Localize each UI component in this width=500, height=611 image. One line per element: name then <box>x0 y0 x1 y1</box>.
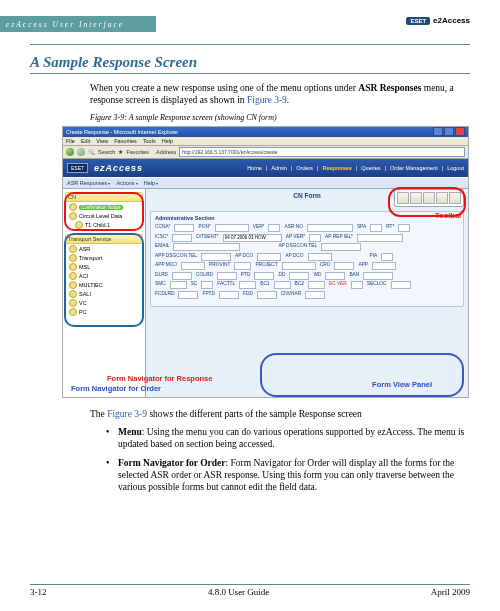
dtsent-field[interactable]: 04 07 2006 03 HOW <box>223 234 282 242</box>
search-icon[interactable]: 🔍 <box>88 149 95 155</box>
colrd-field[interactable] <box>217 272 237 280</box>
appmco-field[interactable] <box>181 262 205 270</box>
email-field[interactable] <box>173 243 240 251</box>
callout-viewpanel: Form View Panel <box>372 380 432 389</box>
apdsgcontel-field[interactable] <box>321 243 361 251</box>
ecver-field[interactable] <box>351 281 363 289</box>
nav-ordermgmt[interactable]: Order Management <box>390 165 438 171</box>
nav-queries[interactable]: Queries <box>361 165 380 171</box>
tree-group-transport[interactable]: Transport Service <box>65 234 143 244</box>
apver-field[interactable] <box>309 234 321 242</box>
doc-version: 4.8.0 User Guide <box>208 587 270 597</box>
tree-item[interactable]: VC <box>69 299 143 308</box>
rule-top <box>30 44 470 45</box>
toolbar-button[interactable] <box>449 192 461 204</box>
ban-field[interactable] <box>363 272 393 280</box>
section-header: Administrative Section <box>155 215 215 221</box>
tree-item[interactable]: Confirmation Notice <box>69 203 143 212</box>
ver-field[interactable] <box>268 224 280 232</box>
tree-item[interactable]: MULTIEC <box>69 281 143 290</box>
toolbar-button[interactable] <box>423 192 435 204</box>
tree-item[interactable]: ACI <box>69 272 143 281</box>
dlrd-field[interactable] <box>172 272 192 280</box>
form-navigator-tree[interactable]: CN Confirmation Notice Circuit Level Dat… <box>63 189 146 398</box>
fdd-field[interactable] <box>257 291 277 299</box>
sc-field[interactable] <box>201 281 213 289</box>
app-submenu[interactable]: ASR Responses Actions Help <box>63 177 468 189</box>
aprepiel-field[interactable] <box>357 234 403 242</box>
back-icon[interactable] <box>66 148 74 156</box>
submenu-actions[interactable]: Actions <box>116 180 137 186</box>
pon-field[interactable] <box>215 224 249 232</box>
actions-toolbar[interactable] <box>394 189 464 207</box>
form-icon <box>69 203 77 211</box>
form-icon <box>69 272 77 280</box>
logo-tag: ESET <box>406 17 430 25</box>
tree-item[interactable]: Transport <box>69 254 143 263</box>
callout-navresp: Form Navigator for Response <box>107 374 212 383</box>
toolbar-button[interactable] <box>410 192 422 204</box>
tree-item[interactable]: PC <box>69 308 143 317</box>
bc1-field[interactable] <box>274 281 291 289</box>
toolbar-button[interactable] <box>436 192 448 204</box>
ptd-field[interactable] <box>254 272 274 280</box>
secloc-field[interactable] <box>391 281 411 289</box>
nav-admin[interactable]: Admin <box>271 165 287 171</box>
form-icon <box>69 245 77 253</box>
form-view-panel: CN Form Administrative Section CCNA* PON… <box>146 189 468 398</box>
cnvnar-field[interactable] <box>305 291 325 299</box>
cro-field[interactable] <box>334 262 354 270</box>
rt-field[interactable] <box>398 224 410 232</box>
submenu-asr[interactable]: ASR Responses <box>67 180 110 186</box>
spa-field[interactable] <box>370 224 382 232</box>
smc-field[interactable] <box>170 281 187 289</box>
app-title: ezAccess <box>94 163 143 173</box>
ie-menubar[interactable]: FileEditViewFavoritesToolsHelp <box>63 137 468 146</box>
callout-navorder: Form Navigator for Order <box>71 384 161 393</box>
ie-window-title: Create Response - Microsoft Internet Exp… <box>66 129 178 135</box>
window-controls[interactable] <box>433 127 465 136</box>
facttl-field[interactable] <box>239 281 256 289</box>
project-field[interactable] <box>282 262 316 270</box>
tree-item[interactable]: Circuit Level Data <box>69 212 143 221</box>
app-field[interactable] <box>372 262 396 270</box>
figure-screenshot: Create Response - Microsoft Internet Exp… <box>62 126 469 398</box>
nav-logout[interactable]: Logout <box>447 165 464 171</box>
header-band: ezAccess User Interface <box>0 16 156 32</box>
submenu-help[interactable]: Help <box>144 180 158 186</box>
figure-ref-link-2[interactable]: Figure 3-9 <box>107 409 147 419</box>
appdsgcontel-field[interactable] <box>201 253 231 261</box>
tree-item[interactable]: T1 Child.1 <box>75 221 143 230</box>
apdco-field[interactable] <box>257 253 281 261</box>
apdco2-field[interactable] <box>308 253 332 261</box>
bc2-field[interactable] <box>308 281 325 289</box>
icsc-field[interactable] <box>172 234 192 242</box>
figure-ref-link[interactable]: Figure 3-9 <box>247 95 287 105</box>
nav-home[interactable]: Home <box>247 165 262 171</box>
form-icon <box>69 290 77 298</box>
tree-item[interactable]: MSL <box>69 263 143 272</box>
toolbar-button[interactable] <box>397 192 409 204</box>
app-header: ESET ezAccess Home| Admin| Orders| Respo… <box>63 159 468 177</box>
intro-paragraph: When you create a new response using one… <box>90 82 470 107</box>
tree-item[interactable]: SALI <box>69 290 143 299</box>
dd-field[interactable] <box>289 272 309 280</box>
fcdlrd-field[interactable] <box>178 291 198 299</box>
bullet-list: Menu: Using the menu you can do various … <box>106 426 470 494</box>
nav-orders[interactable]: Orders <box>296 165 313 171</box>
tree-item[interactable]: ASR <box>69 245 143 254</box>
wd-field[interactable] <box>325 272 345 280</box>
favorites-icon[interactable]: ★ <box>118 149 123 155</box>
provint-field[interactable] <box>234 262 251 270</box>
app-topnav[interactable]: Home| Admin| Orders| Responses| Queries|… <box>247 165 464 171</box>
address-bar[interactable]: http://192.166.5.137:7001/ezAccess/creat… <box>179 147 465 157</box>
ccna-field[interactable] <box>174 224 194 232</box>
fptd-field[interactable] <box>219 291 239 299</box>
forward-icon[interactable] <box>77 148 85 156</box>
tree-group-cn[interactable]: CN <box>65 192 143 202</box>
ie-toolbar[interactable]: 🔍Search ★Favorites Address http://192.16… <box>63 146 468 159</box>
nav-responses[interactable]: Responses <box>323 165 352 171</box>
form-icon <box>69 212 77 220</box>
asrno-field[interactable] <box>307 224 353 232</box>
pia-field[interactable] <box>381 253 393 261</box>
